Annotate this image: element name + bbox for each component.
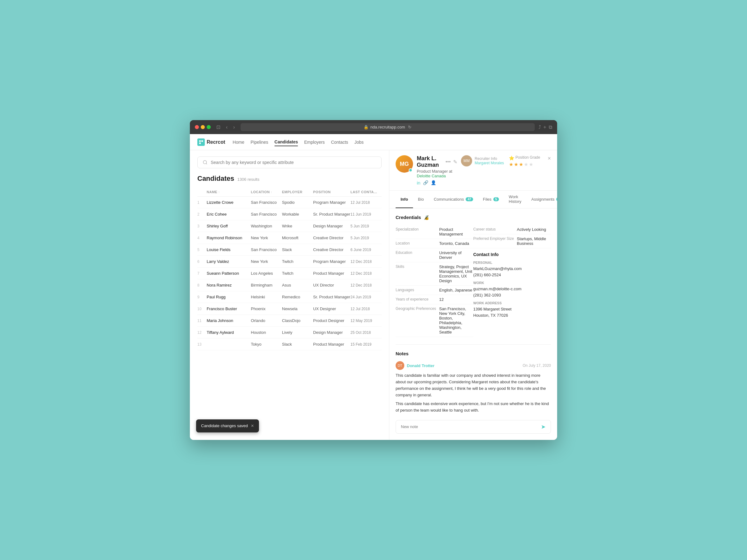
logo-text: Recrcot [207, 139, 225, 145]
browser-nav: ⊡ ‹ › [214, 124, 237, 131]
tab-communications[interactable]: Communications 47 [429, 191, 478, 208]
table-row[interactable]: 6 Larry Valdez New York Twitch Program M… [197, 256, 382, 268]
cred-education-label: Education [395, 250, 439, 260]
linkedin-icon[interactable]: in [417, 180, 420, 185]
table-row[interactable]: 13 Tokyo Slack Product Manager 15 Feb 20… [197, 339, 382, 350]
tab-info[interactable]: Info [395, 191, 413, 208]
close-detail-btn[interactable]: × [547, 155, 551, 162]
row-employer: Lively [282, 330, 313, 335]
row-location: Helsinki [251, 295, 282, 299]
sidebar-toggle-btn[interactable]: ⊡ [214, 124, 222, 131]
table-row[interactable]: 12 Tiffany Aylward Houston Lively Design… [197, 327, 382, 339]
tab-work-history[interactable]: Work History [504, 191, 526, 208]
row-location: San Francisco [251, 212, 282, 216]
table-row[interactable]: 9 Paul Rugg Helsinki Remedico Sr. Produc… [197, 291, 382, 303]
row-employer: Workable [282, 212, 313, 216]
more-options-icon[interactable]: ••• [445, 159, 451, 165]
row-position: Product Manager [313, 271, 351, 276]
note-input-row[interactable]: ➤ [395, 420, 551, 434]
maximize-traffic-light[interactable] [207, 125, 211, 129]
table-row[interactable]: 7 Sueann Patterson Los Angeles Twitch Pr… [197, 268, 382, 279]
row-name: Tiffany Aylward [207, 330, 251, 335]
table-row[interactable]: 4 Raymond Robinson New York Microsoft Cr… [197, 232, 382, 244]
tab-assignments[interactable]: Assignments 8 [526, 191, 557, 208]
nav-jobs[interactable]: Jobs [355, 138, 364, 146]
tab-overview-icon[interactable]: ⧉ [549, 125, 552, 130]
note-author-left: DT Donald Trotter [395, 361, 435, 370]
candidate-employer[interactable]: Deloitte Canada [417, 174, 446, 178]
candidates-panel: Candidates 1306 results NAME ↕ LOCATION … [190, 150, 389, 440]
row-date: 12 May 2019 [351, 319, 382, 323]
minimize-traffic-light[interactable] [201, 125, 205, 129]
new-tab-icon[interactable]: + [543, 125, 546, 130]
nav-employers[interactable]: Employers [304, 138, 325, 146]
table-row[interactable]: 1 Lizzette Crowe San Francisco Spodio Pr… [197, 196, 382, 209]
col-location[interactable]: LOCATION ↕ [251, 190, 282, 194]
tab-bio[interactable]: Bio [413, 191, 429, 208]
candidate-detail-header: MG Mark L. Guzman ••• ✎ Product Manager … [389, 150, 557, 191]
row-position: Sr. Product Manager [313, 295, 351, 299]
forward-btn[interactable]: › [231, 124, 236, 131]
browser-chrome: ⊡ ‹ › 🔒 nda.recruitapp.com ↻ ⤴ + ⧉ [190, 120, 557, 134]
refresh-icon[interactable]: ↻ [408, 125, 411, 129]
row-date: 12 Dec 2018 [351, 283, 382, 288]
row-position: Design Manager [313, 330, 351, 335]
nav-candidates[interactable]: Candidates [275, 138, 298, 146]
col-employer: EMPLOYER [282, 190, 313, 194]
cred-languages-label: Languages [395, 288, 439, 292]
grade-section: ⭐ Position Grade ★ ★ ★ ★ ★ [509, 155, 540, 167]
search-bar[interactable] [197, 157, 382, 168]
main-layout: Candidates 1306 results NAME ↕ LOCATION … [190, 150, 557, 440]
row-position: Design Manager [313, 224, 351, 229]
row-num: 8 [197, 283, 207, 288]
row-num: 13 [197, 342, 207, 347]
row-num: 10 [197, 307, 207, 311]
cred-geo-label: Geographic Preferences [395, 306, 439, 335]
cred-specialization: Specialization Product Management [395, 225, 473, 239]
tab-files[interactable]: Files 5 [478, 191, 504, 208]
row-position: Creative Director [313, 236, 351, 240]
contact-work: Work guzman.m@deloitte-c.com (281) 362-1… [473, 281, 551, 298]
link-icon[interactable]: 🔗 [423, 180, 428, 185]
position-grade-stars[interactable]: ★ ★ ★ ★ ★ [509, 161, 540, 167]
note-author-name[interactable]: Donald Trotter [407, 364, 435, 368]
table-row[interactable]: 3 Shirley Goff Washington Wrike Design M… [197, 220, 382, 232]
note-input[interactable] [401, 424, 541, 429]
recruiter-name[interactable]: Margaret Morales [475, 161, 504, 165]
detail-header-right: MM Recruiter Info Margaret Morales ⭐ Pos… [461, 155, 551, 167]
edit-icon[interactable]: ✎ [453, 159, 457, 165]
table-row[interactable]: 11 Maria Johnson Orlando ClassDojo Produ… [197, 315, 382, 327]
back-btn[interactable]: ‹ [224, 124, 229, 131]
cred-education: Education University of Denver [395, 248, 473, 262]
row-location: Tokyo [251, 342, 282, 347]
row-position: UX Designer [313, 306, 351, 311]
search-input[interactable] [211, 160, 376, 165]
row-employer: Microsoft [282, 236, 313, 240]
close-traffic-light[interactable] [195, 125, 199, 129]
row-employer: Twitch [282, 259, 313, 264]
table-row[interactable]: 8 Nora Ramirez Birmingham Asus UX Direct… [197, 279, 382, 291]
nav-home[interactable]: Home [233, 138, 244, 146]
send-note-btn[interactable]: ➤ [541, 423, 546, 430]
row-employer: Newsela [282, 306, 313, 311]
candidate-links: in 🔗 👤 [417, 180, 457, 185]
nav-contacts[interactable]: Contacts [331, 138, 348, 146]
recruiter-label: Recruiter Info [475, 157, 504, 161]
share-icon[interactable]: ⤴ [538, 125, 541, 130]
row-name: Paul Rugg [207, 295, 251, 299]
row-position: Product Manager [313, 342, 351, 347]
table-row[interactable]: 5 Louise Fields San Francisco Slack Crea… [197, 244, 382, 256]
cred-specialization-label: Specialization [395, 227, 439, 236]
col-name[interactable]: NAME ↕ [207, 190, 251, 194]
cred-employer-size-label: Preferred Employer Size [473, 236, 517, 246]
toast-close-btn[interactable]: × [251, 423, 254, 429]
row-position: Creative Director [313, 247, 351, 252]
recruiter-avatar: MM [461, 155, 472, 166]
notes-section: Notes DT Donald Trotter On July 17, 2020… [395, 351, 551, 434]
table-row[interactable]: 10 Francisco Buster Phoenix Newsela UX D… [197, 303, 382, 315]
star-icon: ⭐ [509, 156, 514, 161]
address-bar[interactable]: 🔒 nda.recruitapp.com ↻ [240, 123, 535, 131]
profile-icon[interactable]: 👤 [431, 180, 436, 185]
table-row[interactable]: 2 Eric Cohee San Francisco Workable Sr. … [197, 209, 382, 220]
nav-pipelines[interactable]: Pipelines [251, 138, 268, 146]
